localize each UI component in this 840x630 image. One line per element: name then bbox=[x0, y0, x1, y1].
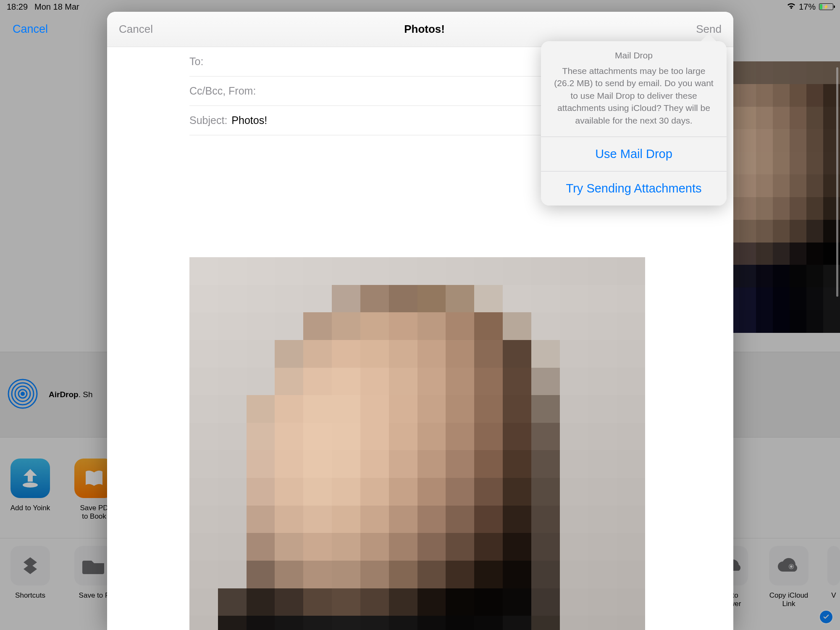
popover-title: Mail Drop bbox=[541, 41, 727, 65]
compose-body[interactable] bbox=[107, 135, 733, 630]
popover-message: These attachments may be too large (26.2… bbox=[541, 65, 727, 137]
battery-percent: 17% bbox=[799, 2, 816, 12]
subject-label: Subject: bbox=[189, 114, 227, 127]
wifi-icon bbox=[786, 2, 796, 12]
mail-drop-popover: Mail Drop These attachments may be too l… bbox=[541, 41, 727, 206]
photo-attachment[interactable] bbox=[189, 257, 645, 630]
share-sheet-cancel[interactable]: Cancel bbox=[13, 23, 48, 36]
try-sending-button[interactable]: Try Sending Attachments bbox=[541, 171, 727, 206]
subject-value: Photos! bbox=[231, 114, 267, 127]
compose-title: Photos! bbox=[404, 23, 445, 36]
to-label: To: bbox=[189, 55, 203, 68]
compose-cancel-button[interactable]: Cancel bbox=[119, 23, 153, 36]
status-time: 18:29 bbox=[7, 2, 28, 12]
battery-icon: ⚡ bbox=[819, 3, 833, 10]
use-mail-drop-button[interactable]: Use Mail Drop bbox=[541, 137, 727, 171]
ccbcc-label: Cc/Bcc, From: bbox=[189, 85, 256, 97]
status-date: Mon 18 Mar bbox=[34, 2, 79, 12]
